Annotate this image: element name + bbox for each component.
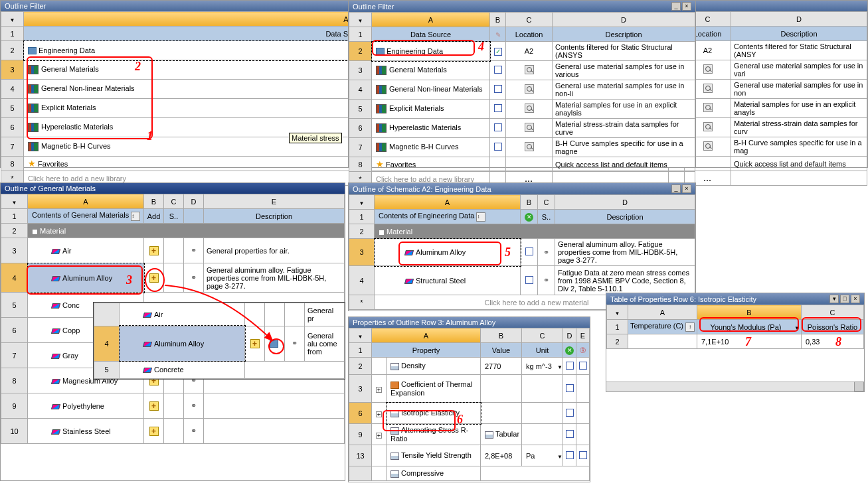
ellipsis-icon[interactable]: ... [525, 175, 533, 183]
col-D[interactable]: D [553, 13, 695, 27]
row-structural-steel[interactable]: 4 Structural Steel ⚭ Fatigue Data at zer… [349, 266, 695, 295]
checkbox[interactable] [494, 48, 502, 56]
dropdown-corner[interactable] [349, 13, 372, 27]
scrollbar[interactable] [606, 382, 864, 391]
checkbox[interactable] [566, 451, 574, 459]
unit-header[interactable]: Unit [522, 343, 563, 358]
expand-icon[interactable]: + [376, 411, 382, 417]
checkbox[interactable] [566, 430, 574, 438]
browse-icon[interactable] [525, 142, 534, 151]
row-nonlinear[interactable]: 4 General Non-linear Materials General u… [349, 80, 695, 100]
delete-header[interactable]: ✕ [521, 210, 538, 224]
browse-icon[interactable] [525, 84, 534, 94]
row-cte[interactable]: 3 + Coefficient of Thermal Expansion [349, 375, 590, 403]
description-header[interactable]: Description [553, 27, 695, 42]
browse-icon[interactable] [525, 123, 534, 132]
collapse-icon[interactable]: − [32, 229, 38, 235]
row-concrete[interactable]: 5 Concrete [94, 361, 345, 378]
row-density[interactable]: 2 Density 2770 kg m^-3 [349, 358, 590, 375]
value-header[interactable]: Value [481, 343, 522, 358]
checkbox[interactable] [494, 85, 502, 93]
checkbox[interactable] [525, 247, 533, 255]
description-header[interactable]: Description [731, 27, 867, 41]
row-engineering-data[interactable]: 2 Engineering Data A2 Contents filtered … [349, 42, 695, 61]
col-D[interactable]: D [731, 12, 867, 27]
contents-header[interactable]: Contents of General Materials ↕ [28, 209, 144, 224]
col-A[interactable]: A [28, 194, 144, 209]
checkbox[interactable] [579, 362, 587, 370]
checkbox[interactable] [494, 104, 502, 112]
data-source-header[interactable]: Data Source [372, 27, 490, 42]
temperature-header[interactable]: Temperature (C) ↕ [628, 320, 697, 334]
checkbox[interactable] [494, 123, 502, 131]
source-header[interactable]: S.. [164, 209, 184, 224]
browse-icon[interactable] [703, 84, 713, 93]
col-B[interactable]: B [144, 194, 164, 209]
source-header[interactable]: S.. [538, 210, 555, 224]
material-group[interactable]: − Material [28, 224, 345, 238]
checkbox[interactable] [566, 362, 574, 370]
description-header[interactable]: Description [204, 209, 345, 224]
browse-icon[interactable] [525, 65, 534, 74]
dropdown-corner[interactable] [1, 194, 28, 209]
checkbox[interactable] [566, 409, 574, 417]
location-header[interactable]: Location [506, 27, 553, 42]
browse-icon[interactable] [703, 141, 713, 151]
checkbox[interactable] [494, 66, 502, 74]
row-explicit[interactable]: 5 Explicit Materials Material samples fo… [349, 100, 695, 119]
minimize-button[interactable]: _ [671, 184, 681, 193]
checkbox[interactable] [566, 384, 574, 392]
row-stainless[interactable]: 10 Stainless Steel + ⚭ [1, 419, 345, 444]
restore-button[interactable]: ▾ [829, 295, 839, 303]
col-D[interactable]: D [184, 194, 204, 209]
close-button[interactable]: × [682, 2, 691, 11]
col-A[interactable]: A [372, 13, 490, 27]
dropdown-corner[interactable] [1, 12, 24, 27]
add-icon[interactable]: + [149, 401, 159, 411]
sup-header[interactable]: Ⓡ [576, 343, 590, 358]
checkbox[interactable] [494, 143, 502, 151]
col-C[interactable]: C [164, 194, 184, 209]
row-favorites[interactable]: 8 ★ Favorites Quick access list and defa… [349, 157, 695, 172]
poisson-header[interactable]: Poisson's Ratio [802, 320, 864, 334]
col-B[interactable]: B [490, 13, 506, 27]
youngs-header[interactable]: Young's Modulus (Pa) [697, 320, 802, 334]
add-icon[interactable]: + [149, 427, 159, 436]
row-hyperelastic[interactable]: 6 Hyperelastic Materials Material stress… [349, 119, 695, 138]
row-alternating[interactable]: 9 + Alternating Stress R-Ratio Tabular [349, 424, 590, 445]
sort-icon[interactable]: ↕ [476, 212, 485, 222]
material-group[interactable]: − Material [375, 224, 695, 239]
row-general-materials[interactable]: 3 General Materials General use material… [349, 61, 695, 80]
sort-icon[interactable]: ↕ [131, 212, 140, 221]
description-header[interactable]: Description [555, 210, 695, 224]
row-magnetic[interactable]: 7 Magnetic B-H Curves B-H Curve samples … [349, 138, 695, 157]
expand-icon[interactable]: + [376, 387, 382, 393]
sort-icon[interactable]: ↕ [685, 322, 695, 332]
close-button[interactable]: × [851, 295, 860, 303]
property-header[interactable]: Property [372, 343, 481, 358]
checkbox[interactable] [525, 276, 533, 284]
browse-icon[interactable] [703, 64, 713, 74]
row-air[interactable]: 3 Air + ⚭ General properties for air. [1, 238, 345, 263]
row-polyethylene[interactable]: 9 Polyethylene + ⚭ [1, 393, 345, 419]
ellipsis-icon[interactable]: ... [703, 175, 711, 182]
data-row[interactable]: 2 7,1E+10 0,33 [607, 334, 864, 349]
collapse-icon[interactable]: − [379, 230, 385, 236]
row-aluminum[interactable]: 3 Aluminum Alloy ⚭ General aluminum allo… [349, 239, 695, 266]
add-header[interactable]: Add [144, 209, 164, 224]
row-compressive-partial[interactable]: Compressive [349, 466, 590, 481]
maximize-button[interactable]: □ [840, 295, 849, 303]
checkbox[interactable] [579, 451, 587, 459]
resize-grip[interactable] [854, 382, 864, 391]
browse-icon[interactable] [703, 103, 713, 112]
contents-header[interactable]: Contents of Engineering Data ↕ [375, 210, 521, 224]
expand-icon[interactable]: + [376, 433, 382, 439]
browse-icon[interactable] [703, 122, 713, 131]
dropdown-corner[interactable] [349, 195, 375, 210]
minimize-button[interactable]: _ [671, 2, 681, 11]
col-C[interactable]: C [506, 13, 553, 27]
add-icon[interactable]: + [149, 273, 159, 283]
dropdown-corner[interactable] [349, 328, 372, 343]
add-icon[interactable]: + [149, 246, 159, 255]
del-header[interactable]: ✕ [563, 343, 576, 358]
